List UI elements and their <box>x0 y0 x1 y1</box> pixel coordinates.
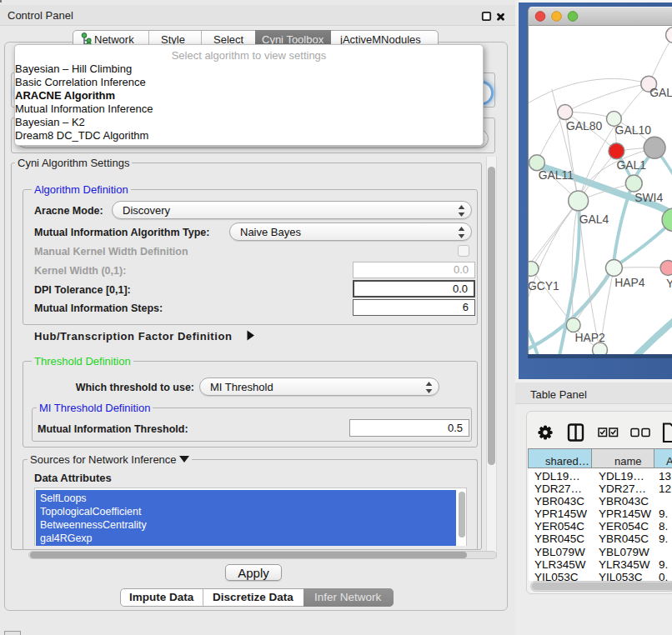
svg-text:GCY1: GCY1 <box>528 279 559 292</box>
svg-text:GAL10: GAL10 <box>615 123 652 137</box>
svg-text:GAL1: GAL1 <box>617 158 647 172</box>
svg-text:HAP2: HAP2 <box>574 331 605 344</box>
svg-text:SWI4: SWI4 <box>634 191 663 204</box>
svg-text:HAP4: HAP4 <box>614 276 645 289</box>
svg-text:GAL4: GAL4 <box>579 212 609 226</box>
svg-text:GAL11: GAL11 <box>539 168 574 182</box>
svg-text:Y: Y <box>666 277 672 290</box>
svg-text:GAL: GAL <box>649 86 672 99</box>
svg-text:GAL80: GAL80 <box>566 119 603 132</box>
